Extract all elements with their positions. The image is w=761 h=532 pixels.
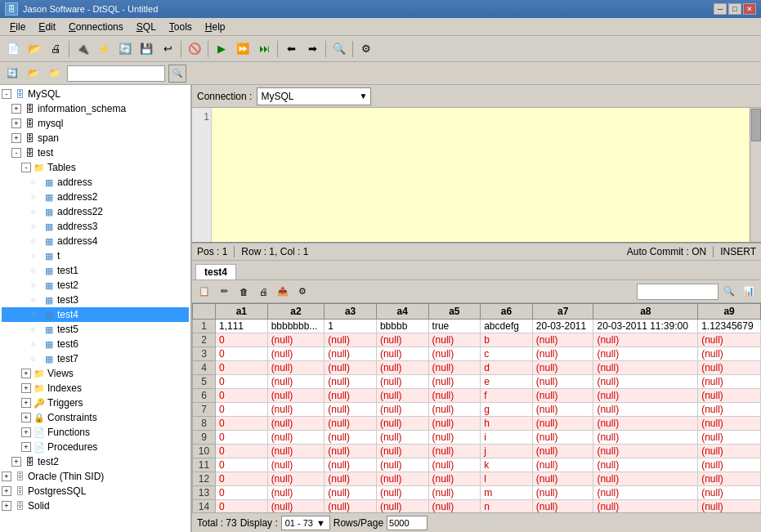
expand-mysql[interactable]: - bbox=[2, 89, 11, 99]
expand-postgres[interactable]: + bbox=[2, 486, 11, 496]
grid-cell-a3[interactable]: (null) bbox=[325, 389, 377, 403]
grid-cell-a8[interactable]: (null) bbox=[593, 417, 698, 431]
grid-cell-a7[interactable]: (null) bbox=[532, 361, 593, 375]
grid-cell-a6[interactable]: l bbox=[481, 472, 533, 486]
sql-content-area[interactable] bbox=[213, 108, 761, 242]
run-all-button[interactable]: ⏩ bbox=[233, 39, 253, 59]
tree-item-address3[interactable]: ○ ▦ address3 bbox=[2, 219, 189, 234]
grid-cell-a4[interactable]: (null) bbox=[376, 417, 428, 431]
grid-cell-a1[interactable]: 0 bbox=[216, 333, 268, 347]
grid-cell-a5[interactable]: (null) bbox=[428, 500, 481, 513]
grid-cell-a8[interactable]: (null) bbox=[593, 389, 698, 403]
expand-mysql-db[interactable]: + bbox=[11, 118, 21, 128]
find-button[interactable]: 🔍 bbox=[329, 39, 349, 59]
grid-cell-a7[interactable]: (null) bbox=[532, 472, 593, 486]
display-range-dropdown[interactable]: 01 - 73 ▼ bbox=[281, 516, 330, 530]
results-find-button[interactable]: 📊 bbox=[740, 283, 758, 301]
grid-cell-a2[interactable]: (null) bbox=[267, 472, 325, 486]
connection-dropdown[interactable]: MySQL ▼ bbox=[257, 87, 371, 105]
grid-cell-a8[interactable]: (null) bbox=[593, 472, 698, 486]
menu-sql[interactable]: SQL bbox=[130, 20, 163, 34]
results-search-input[interactable] bbox=[637, 284, 718, 300]
results-copy-button[interactable]: 📋 bbox=[195, 283, 213, 301]
results-settings-button[interactable]: ⚙ bbox=[293, 283, 311, 301]
grid-cell-a7[interactable]: (null) bbox=[532, 458, 593, 472]
grid-cell-a6[interactable]: n bbox=[481, 500, 533, 513]
grid-cell-a2[interactable]: (null) bbox=[267, 375, 325, 389]
tree-item-test[interactable]: - 🗄 test bbox=[2, 145, 189, 160]
grid-cell-a5[interactable]: (null) bbox=[428, 403, 481, 417]
sql-scrollbar-thumb[interactable] bbox=[751, 109, 761, 141]
grid-cell-a2[interactable]: (null) bbox=[267, 361, 325, 375]
grid-cell-a2[interactable]: (null) bbox=[267, 431, 325, 445]
tree-item-test6[interactable]: ○ ▦ test6 bbox=[2, 337, 189, 351]
grid-cell-a6[interactable]: j bbox=[481, 445, 533, 458]
grid-cell-a2[interactable]: (null) bbox=[267, 403, 325, 417]
expand-constraints[interactable]: + bbox=[21, 413, 31, 422]
grid-cell-a5[interactable]: (null) bbox=[428, 389, 481, 403]
connect-button[interactable]: 🔌 bbox=[73, 39, 92, 59]
tree-item-span[interactable]: + 🗄 span bbox=[2, 131, 189, 145]
grid-cell-a1[interactable]: 0 bbox=[216, 403, 268, 417]
tree-container[interactable]: - 🗄 MySQL + 🗄 information_schema + 🗄 mys… bbox=[0, 85, 190, 532]
grid-cell-a3[interactable]: (null) bbox=[325, 417, 377, 431]
grid-cell-a2[interactable]: (null) bbox=[267, 486, 325, 500]
expand-tables[interactable]: - bbox=[21, 163, 31, 172]
grid-cell-a7[interactable]: (null) bbox=[532, 445, 593, 458]
grid-cell-a7[interactable]: (null) bbox=[532, 431, 593, 445]
tree-item-address22[interactable]: ○ ▦ address22 bbox=[2, 204, 189, 219]
grid-cell-a2[interactable]: (null) bbox=[267, 458, 325, 472]
tree-item-functions[interactable]: + 📄 Functions bbox=[2, 425, 189, 440]
results-print-button[interactable]: 🖨 bbox=[254, 283, 272, 301]
grid-cell-a5[interactable]: (null) bbox=[428, 375, 481, 389]
grid-cell-a3[interactable]: (null) bbox=[325, 431, 377, 445]
col-header-rownum[interactable] bbox=[193, 304, 216, 320]
table-row[interactable]: 70(null)(null)(null)(null)g(null)(null)(… bbox=[193, 403, 761, 417]
grid-cell-a1[interactable]: 0 bbox=[216, 458, 268, 472]
grid-cell-a8[interactable]: (null) bbox=[593, 403, 698, 417]
grid-cell-a4[interactable]: (null) bbox=[376, 445, 428, 458]
results-delete-button[interactable]: 🗑 bbox=[235, 283, 253, 301]
grid-cell-a1[interactable]: 0 bbox=[216, 347, 268, 361]
grid-cell-a2[interactable]: (null) bbox=[267, 333, 325, 347]
tree-item-mysql-db[interactable]: + 🗄 mysql bbox=[2, 116, 189, 131]
tree-item-address[interactable]: ○ ▦ address bbox=[2, 175, 189, 190]
grid-cell-a1[interactable]: 0 bbox=[216, 472, 268, 486]
grid-cell-a3[interactable]: (null) bbox=[325, 486, 377, 500]
col-header-a6[interactable]: a6 bbox=[481, 304, 533, 320]
grid-cell-a8[interactable]: (null) bbox=[593, 431, 698, 445]
col-header-a5[interactable]: a5 bbox=[428, 304, 481, 320]
tree-refresh-button[interactable]: 🔄 bbox=[3, 65, 21, 83]
grid-cell-a9[interactable]: (null) bbox=[698, 458, 761, 472]
grid-cell-a5[interactable]: (null) bbox=[428, 458, 481, 472]
grid-cell-a2[interactable]: bbbbbbb... bbox=[267, 320, 325, 333]
tab-test4[interactable]: test4 bbox=[195, 264, 236, 279]
sql-vertical-scrollbar[interactable] bbox=[750, 108, 761, 242]
grid-cell-a9[interactable]: (null) bbox=[698, 389, 761, 403]
menu-edit[interactable]: Edit bbox=[32, 20, 62, 34]
grid-cell-a9[interactable]: (null) bbox=[698, 500, 761, 513]
grid-cell-a3[interactable]: (null) bbox=[325, 500, 377, 513]
grid-cell-a4[interactable]: (null) bbox=[376, 389, 428, 403]
run-button[interactable]: ▶ bbox=[212, 39, 231, 59]
grid-cell-a5[interactable]: (null) bbox=[428, 472, 481, 486]
tree-item-views[interactable]: + 📁 Views bbox=[2, 366, 189, 381]
menu-connections[interactable]: Connections bbox=[62, 20, 130, 34]
tree-item-info-schema[interactable]: + 🗄 information_schema bbox=[2, 101, 189, 116]
grid-cell-a8[interactable]: (null) bbox=[593, 361, 698, 375]
grid-cell-a5[interactable]: true bbox=[428, 320, 481, 333]
grid-cell-a9[interactable]: (null) bbox=[698, 361, 761, 375]
new-button[interactable]: 📄 bbox=[3, 39, 23, 59]
rollback-button[interactable]: ↩ bbox=[158, 39, 177, 59]
menu-tools[interactable]: Tools bbox=[163, 20, 199, 34]
sql-editor[interactable]: 1 bbox=[192, 108, 761, 243]
grid-cell-a1[interactable]: 0 bbox=[216, 431, 268, 445]
grid-cell-a9[interactable]: (null) bbox=[698, 375, 761, 389]
grid-cell-a5[interactable]: (null) bbox=[428, 486, 481, 500]
grid-cell-a3[interactable]: (null) bbox=[325, 403, 377, 417]
expand-info-schema[interactable]: + bbox=[11, 104, 21, 114]
grid-cell-a4[interactable]: bbbbb bbox=[376, 320, 428, 333]
grid-cell-a4[interactable]: (null) bbox=[376, 472, 428, 486]
tree-collapse-button[interactable]: 📁 bbox=[46, 65, 64, 83]
grid-cell-a5[interactable]: (null) bbox=[428, 333, 481, 347]
